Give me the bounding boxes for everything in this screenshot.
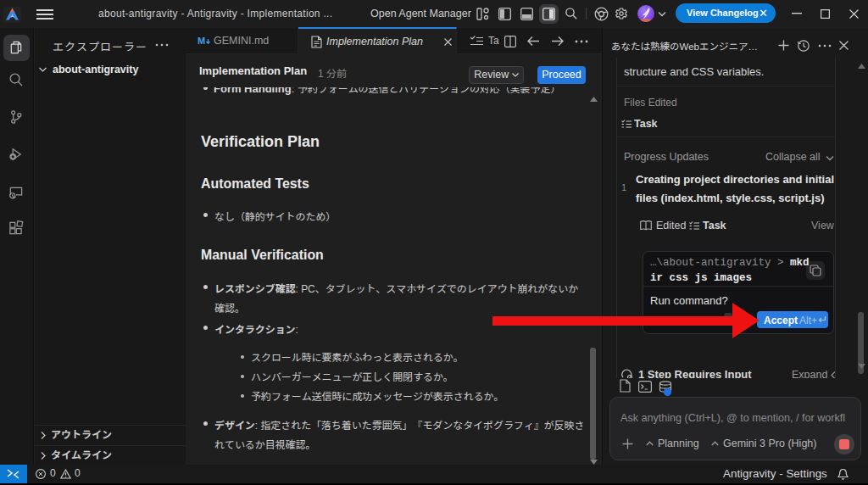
svg-text:M: M (198, 36, 205, 46)
